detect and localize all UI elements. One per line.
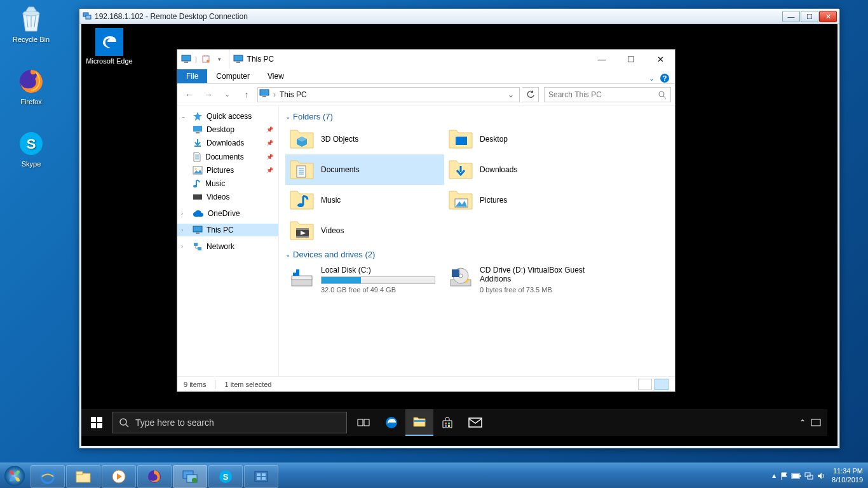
explorer-ribbon-tabs: File Computer View ⌄ ? xyxy=(177,69,675,84)
taskbar-store[interactable] xyxy=(433,409,461,436)
svg-rect-57 xyxy=(296,228,309,230)
remote-desktop[interactable]: Microsoft Edge | ▾ This PC xyxy=(81,24,827,436)
folder-pictures[interactable]: Pictures xyxy=(444,185,603,215)
desktop-recycle-bin[interactable]: Recycle Bin xyxy=(8,4,55,43)
remote-search-box[interactable]: Type here to search xyxy=(112,412,347,433)
pin-icon: 📌 xyxy=(266,154,273,160)
group-folders[interactable]: ⌄Folders (7) xyxy=(285,112,668,121)
drive-cd-d[interactable]: CD Drive (D:) VirtualBox Guest Additions… xyxy=(444,262,603,297)
host-task-app[interactable] xyxy=(244,465,278,488)
qat-properties-icon[interactable] xyxy=(201,54,211,64)
svg-point-0 xyxy=(23,11,39,16)
nav-desktop[interactable]: Desktop📌 xyxy=(189,123,278,136)
rdc-minimize-button[interactable]: — xyxy=(782,11,800,22)
task-view-button[interactable] xyxy=(349,409,377,436)
explorer-content: ⌄Folders (7) 3D Objects Desktop Document… xyxy=(279,105,675,376)
folder-videos[interactable]: Videos xyxy=(285,215,444,246)
explorer-search-input[interactable]: Search This PC xyxy=(544,87,671,102)
skype-icon: S xyxy=(16,128,46,159)
video-icon xyxy=(193,193,203,201)
drive-local-c[interactable]: Local Disk (C:) 32.0 GB free of 49.4 GB xyxy=(285,262,444,297)
nav-music[interactable]: Music xyxy=(189,177,278,191)
host-task-mediaplayer[interactable] xyxy=(102,465,136,488)
nav-onedrive[interactable]: ›OneDrive xyxy=(177,207,278,220)
host-task-firefox[interactable] xyxy=(137,465,172,488)
network-icon xyxy=(193,242,203,251)
explorer-close-button[interactable]: ✕ xyxy=(646,50,675,69)
cloud-icon xyxy=(193,210,204,217)
explorer-nav-pane: ⌄Quick access Desktop📌 Downloads📌 Docume… xyxy=(177,105,279,376)
svg-rect-17 xyxy=(262,473,266,476)
svg-point-44 xyxy=(193,185,197,187)
nav-documents[interactable]: Documents📌 xyxy=(189,150,278,164)
host-task-rdc[interactable] xyxy=(173,465,207,488)
nav-quick-access[interactable]: ⌄Quick access xyxy=(177,109,278,123)
nav-forward-button[interactable]: → xyxy=(200,86,217,103)
svg-rect-60 xyxy=(292,276,312,280)
rdc-close-button[interactable]: ✕ xyxy=(819,11,837,22)
desktop-skype[interactable]: S Skype xyxy=(8,128,55,168)
nav-pictures[interactable]: Pictures📌 xyxy=(189,164,278,177)
tray-up-icon[interactable]: ▲ xyxy=(771,472,777,479)
nav-downloads[interactable]: Downloads📌 xyxy=(189,136,278,150)
explorer-minimize-button[interactable]: — xyxy=(587,50,616,69)
taskbar-explorer[interactable] xyxy=(405,409,433,436)
host-task-explorer[interactable] xyxy=(66,465,100,488)
host-task-ie[interactable] xyxy=(31,465,65,488)
nav-network[interactable]: ›Network xyxy=(177,240,278,253)
explorer-window: | ▾ This PC — ☐ ✕ File xyxy=(177,49,675,392)
svg-rect-32 xyxy=(236,62,240,63)
tray-volume-icon[interactable] xyxy=(817,471,825,480)
view-tiles-button[interactable] xyxy=(654,379,668,390)
ribbon-tab-computer[interactable]: Computer xyxy=(207,69,259,83)
tray-clock[interactable]: 11:34 PM 8/10/2019 xyxy=(832,467,863,484)
folder-documents[interactable]: Documents xyxy=(285,154,444,185)
tray-network-icon[interactable] xyxy=(804,471,814,480)
folder-desktop[interactable]: Desktop xyxy=(444,124,603,154)
taskbar-edge[interactable] xyxy=(377,409,405,436)
svg-rect-82 xyxy=(811,419,820,426)
folder-music[interactable]: Music xyxy=(285,185,444,215)
address-segment[interactable]: This PC xyxy=(276,90,311,99)
explorer-maximize-button[interactable]: ☐ xyxy=(616,50,646,69)
group-drives[interactable]: ⌄Devices and drives (2) xyxy=(285,250,668,259)
svg-rect-19 xyxy=(262,477,266,480)
svg-point-5 xyxy=(41,470,54,483)
folder-downloads[interactable]: Downloads xyxy=(444,154,603,185)
taskbar-mail[interactable] xyxy=(461,409,489,436)
rdc-titlebar[interactable]: 192.168.1.102 - Remote Desktop Connectio… xyxy=(79,9,839,24)
ribbon-expand-icon[interactable]: ⌄ xyxy=(649,74,654,83)
host-task-items: S xyxy=(31,464,278,488)
remote-desktop-edge[interactable]: Microsoft Edge xyxy=(85,28,133,65)
host-task-skype[interactable]: S xyxy=(208,465,243,488)
remote-start-button[interactable] xyxy=(81,409,112,436)
help-icon[interactable]: ? xyxy=(660,73,670,83)
ribbon-tab-view[interactable]: View xyxy=(259,69,293,83)
folder-3d-objects[interactable]: 3D Objects xyxy=(285,124,444,154)
nav-this-pc[interactable]: ›This PC xyxy=(177,224,278,236)
desktop-firefox[interactable]: Firefox xyxy=(8,66,55,105)
nav-recent-button[interactable]: ⌄ xyxy=(219,86,236,103)
tray-battery-icon[interactable] xyxy=(791,472,801,480)
nav-refresh-button[interactable] xyxy=(522,87,539,102)
ribbon-tab-file[interactable]: File xyxy=(177,69,207,83)
nav-videos[interactable]: Videos xyxy=(189,191,278,203)
nav-up-button[interactable]: ↑ xyxy=(238,86,255,103)
view-details-button[interactable] xyxy=(638,379,652,390)
host-start-button[interactable] xyxy=(0,463,29,489)
svg-rect-39 xyxy=(193,126,202,132)
address-bar[interactable]: › This PC ⌄ xyxy=(257,87,520,102)
tray-up-icon[interactable]: ⌃ xyxy=(799,418,806,427)
tray-flag-icon[interactable] xyxy=(780,471,789,480)
rdc-maximize-button[interactable]: ☐ xyxy=(801,11,818,22)
tray-tablet-mode-icon[interactable] xyxy=(811,419,821,426)
svg-rect-48 xyxy=(193,226,202,232)
nav-back-button[interactable]: ← xyxy=(181,86,198,103)
explorer-titlebar[interactable]: | ▾ This PC — ☐ ✕ xyxy=(177,50,675,69)
svg-text:S: S xyxy=(223,472,229,482)
download-icon xyxy=(193,138,203,148)
address-dropdown-icon[interactable]: ⌄ xyxy=(504,90,518,99)
svg-rect-18 xyxy=(257,477,261,480)
title-pc-icon xyxy=(233,55,243,64)
qat-customize-icon[interactable]: ▾ xyxy=(215,54,225,64)
